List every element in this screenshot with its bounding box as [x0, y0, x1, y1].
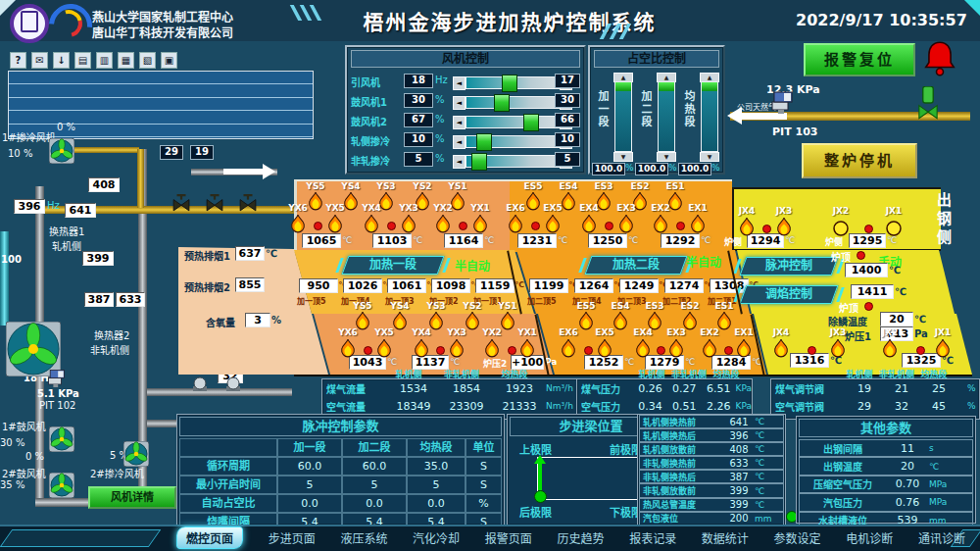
flame-control-button[interactable]: 调焰控制 [740, 285, 839, 304]
row-label: 非轧侧换热后 [640, 471, 723, 483]
burner-tag-JX4: JX4 [766, 327, 796, 337]
duty-value: 100.0 [678, 163, 711, 175]
fan-row-value: 30 [404, 93, 433, 108]
lock-icon[interactable]: ▣ [161, 52, 177, 69]
slider-thumb[interactable] [476, 133, 492, 151]
blank-cell [179, 438, 277, 457]
burner-tag-YS3: YS3 [421, 301, 451, 311]
row-unit: Nm³/h [546, 383, 573, 393]
cell: 1854 [440, 382, 493, 395]
gas-shutoff-valve-icon[interactable] [917, 86, 939, 124]
col-header: 单位 [466, 438, 502, 457]
duty-slider-加二段[interactable] [658, 81, 675, 152]
tab-液压系统[interactable]: 液压系统 [340, 529, 387, 546]
value-box-855: 855 [235, 277, 265, 292]
cell: 35.0 [407, 457, 466, 476]
burner-status-dot [916, 346, 925, 355]
help-icon[interactable]: ? [10, 52, 26, 69]
col-header: 加一段 [277, 438, 342, 457]
burner-YX2-flame-icon [484, 338, 500, 362]
folder-icon[interactable]: ▤ [74, 52, 91, 69]
cell: 21333 [493, 400, 546, 413]
slider-thumb[interactable] [494, 94, 510, 112]
row-unit: ℃ [755, 472, 764, 481]
pump-icon [192, 376, 208, 396]
pipe-valve-icon[interactable] [206, 194, 223, 216]
mail-icon[interactable]: ✉ [31, 52, 48, 69]
tab-参数设定[interactable]: 参数设定 [774, 529, 821, 546]
pipe-valve-icon[interactable] [239, 194, 257, 216]
col-header: 加二段 [342, 438, 407, 457]
value-box-29: 29 [160, 145, 183, 160]
fan1-top-pct: 0 % [57, 122, 75, 132]
beam-arrow-shaft [538, 464, 542, 490]
alarm-bell-icon[interactable] [921, 39, 958, 80]
pipe-gray-mid1 [147, 388, 292, 396]
burner-status-dot [584, 346, 593, 355]
pipe-valve-icon[interactable] [172, 194, 190, 216]
burner-tag-ES4: ES4 [606, 301, 635, 311]
burner-status-dot [459, 222, 467, 230]
col-header: 均热段 [488, 368, 541, 377]
tab-电机诊断[interactable]: 电机诊断 [846, 529, 893, 546]
pulse-control-button[interactable]: 脉冲控制 [740, 257, 839, 276]
report-icon[interactable]: ▦ [118, 52, 134, 69]
download-icon[interactable]: ↓ [53, 52, 70, 69]
value-box-637: 637 [235, 246, 265, 261]
cell: 0.27 [667, 382, 702, 395]
duty-down-button[interactable]: ▼ [613, 152, 633, 162]
cell: 60.0 [277, 457, 342, 476]
tab-汽化冷却[interactable]: 汽化冷却 [413, 529, 460, 546]
tab-燃控页面[interactable]: 燃控页面 [176, 526, 243, 549]
duty-slider-加一段[interactable] [614, 81, 632, 152]
duty-down-button[interactable]: ▼ [657, 152, 676, 162]
row-label: 汽包液位 [640, 512, 723, 525]
oxygen-label: 含氧量 [206, 315, 235, 329]
cell: 0.76 [886, 496, 929, 509]
duty-col-label: 均热段 [680, 90, 696, 128]
row-unit: ℃ [755, 430, 764, 440]
cell: 641 [723, 417, 755, 427]
duty-down-button[interactable]: ▼ [700, 152, 719, 162]
burner-EX4-flame-icon [581, 214, 597, 237]
burner-tag-ES4: ES4 [554, 181, 583, 191]
cell: 25 [920, 382, 957, 395]
tab-数据统计[interactable]: 数据统计 [702, 529, 749, 546]
duty-slider-均热段[interactable] [701, 81, 718, 152]
row-label: 循环周期 [179, 457, 277, 476]
furnace-stop-button[interactable]: 整炉停机 [802, 143, 917, 178]
row-unit: KPa [736, 383, 752, 393]
row-unit: ℃ [755, 444, 764, 454]
hz-unit: Hz [47, 200, 60, 211]
temp-box: 1274 [664, 278, 704, 293]
burner-tag-EX6: EX6 [501, 203, 530, 213]
slider-thumb[interactable] [471, 153, 487, 171]
burner-tag-JX2: JX2 [826, 206, 856, 216]
exit-side-label: 出钢侧 [933, 192, 954, 248]
alarm-reset-button[interactable]: 报警复位 [804, 43, 915, 76]
roof-sp-dot [857, 251, 865, 260]
unit-c: ℃ [889, 265, 901, 276]
export-icon[interactable]: ▧ [139, 52, 156, 69]
burner-YX6-flame-icon [340, 338, 356, 362]
chart-icon[interactable]: ▥ [96, 52, 113, 69]
row-unit: ℃ [755, 500, 764, 510]
tab-历史趋势[interactable]: 历史趋势 [557, 529, 604, 546]
tab-通讯诊断[interactable]: 通讯诊断 [918, 529, 965, 546]
cell: 6.51 [702, 382, 736, 395]
burner-JX2-flame-icon [882, 338, 898, 362]
tab-步进页面[interactable]: 步进页面 [269, 529, 316, 546]
slider-thumb[interactable] [523, 114, 539, 131]
value-box-19: 19 [190, 145, 214, 160]
row-unit: Nm³/h [546, 401, 573, 411]
slider-thumb[interactable] [502, 75, 517, 92]
fan-detail-button[interactable]: 风机详情 [88, 486, 176, 509]
fan-row-label: 鼓风机2 [351, 114, 387, 128]
tab-报表记录[interactable]: 报表记录 [629, 529, 676, 546]
tab-报警页面[interactable]: 报警页面 [485, 529, 532, 546]
burner-YX3-flame-icon [449, 338, 465, 362]
duty-unit: % [711, 163, 720, 173]
row-unit: MPa [929, 479, 947, 489]
col-header: 轧机侧 [633, 368, 670, 377]
pipe-yellow-fan1 [71, 147, 139, 153]
